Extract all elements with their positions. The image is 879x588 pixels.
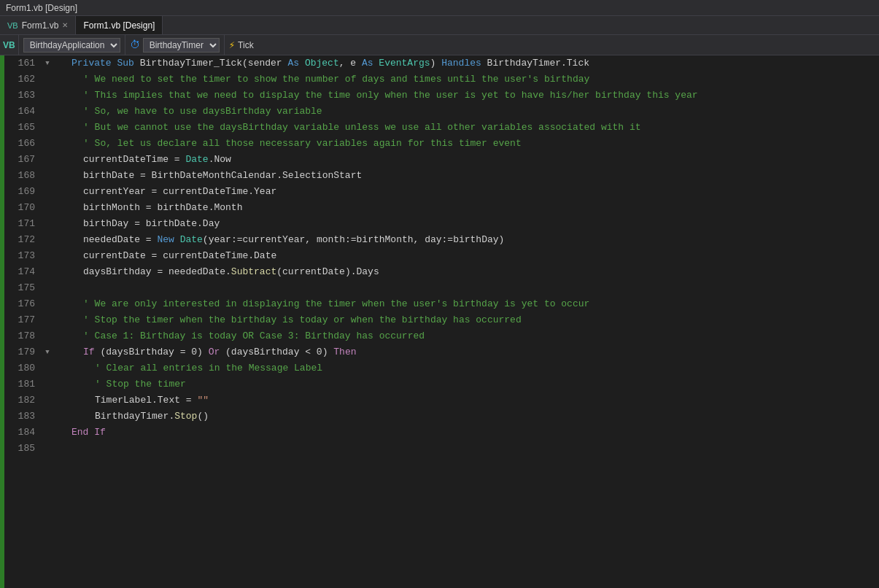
method-dropdown[interactable]: BirthdayTimer (143, 38, 220, 53)
token: Or (209, 344, 220, 360)
event-section: ⚡ Tick (225, 35, 258, 55)
line-number: 169 (4, 184, 41, 200)
fold-cell (41, 376, 54, 392)
toolbar-vb-icon-section: VB (0, 35, 19, 55)
token (112, 55, 117, 71)
code-line: Private Sub BirthdayTimer_Tick(sender As… (60, 55, 879, 71)
line-number: 181 (4, 376, 41, 392)
line-number: 162 (4, 71, 41, 88)
fold-cell (41, 184, 54, 200)
line-number: 166 (4, 136, 41, 152)
line-number: 182 (4, 392, 41, 409)
class-dropdown-section[interactable]: BirthdayApplication (19, 35, 125, 55)
token: As (282, 55, 305, 71)
method-dropdown-section[interactable]: ⏱ BirthdayTimer (125, 35, 225, 55)
fold-cell (41, 264, 54, 280)
line-numbers: 1611621631641651661671681691701711721731… (4, 55, 41, 588)
token: ' So, let us declare all those necessary… (83, 136, 522, 152)
line-number: 161 (4, 55, 41, 71)
fold-cell[interactable]: ▼ (41, 55, 54, 71)
tab-close-1[interactable]: ✕ (62, 21, 68, 29)
line-number: 178 (4, 328, 41, 344)
token: Sub (117, 55, 133, 71)
code-line: ' Stop the timer when the birthday is to… (60, 312, 879, 328)
fold-cell (41, 168, 54, 184)
code-line: birthDay = birthDate.Day (60, 216, 879, 232)
line-number: 185 (4, 441, 41, 457)
fold-cell[interactable]: ▼ (41, 344, 54, 360)
line-number: 177 (4, 312, 41, 328)
token: ' Clear all entries in the Message Label (95, 360, 322, 376)
token: ' Stop the timer when the birthday is to… (83, 312, 522, 328)
fold-cell (41, 248, 54, 264)
code-line: ' But we cannot use the daysBirthday var… (60, 120, 879, 136)
line-number: 164 (4, 104, 41, 120)
fold-cell (41, 296, 54, 312)
line-number: 168 (4, 168, 41, 184)
token: e (350, 55, 356, 71)
token: End If (71, 425, 106, 441)
line-number: 176 (4, 296, 41, 312)
line-number: 171 (4, 216, 41, 232)
code-line: ' Case 1: Birthday is today OR Case 3: B… (60, 328, 879, 344)
line-number: 179 (4, 344, 41, 360)
token: sender (248, 55, 282, 71)
token: TimerLabel.Text = (95, 392, 197, 409)
token: currentDateTime = (83, 152, 185, 168)
tab-label-1: Form1.vb (22, 20, 59, 31)
token: :=currentYear, (231, 232, 317, 248)
token: :=birthMonth, (345, 232, 425, 248)
token: ( (203, 232, 209, 248)
code-line (60, 441, 879, 457)
line-number: 180 (4, 360, 41, 376)
fold-cell (41, 409, 54, 425)
title-bar-text: Form1.vb [Design] (6, 3, 77, 13)
token: If (83, 344, 95, 360)
fold-cell (41, 71, 54, 88)
tab-form1-vb-design[interactable]: Form1.vb [Design] (76, 16, 163, 34)
token: ' Case 1: Birthday is today OR Case 3: B… (83, 328, 425, 344)
line-number: 172 (4, 232, 41, 248)
token: birthMonth = birthDate.Month (83, 200, 242, 216)
token: (currentDate).Days (276, 264, 379, 280)
code-line: End If (60, 425, 879, 441)
token: Date (180, 232, 203, 248)
token: year (209, 232, 231, 248)
fold-cell (41, 216, 54, 232)
line-number: 175 (4, 280, 41, 296)
fold-cell (41, 280, 54, 296)
fold-cell (41, 392, 54, 409)
token: ' Stop the timer (95, 376, 186, 392)
code-area[interactable]: Private Sub BirthdayTimer_Tick(sender As… (54, 55, 879, 588)
line-number: 183 (4, 409, 41, 425)
code-line: neededDate = New Date(year:=currentYear,… (60, 232, 879, 248)
token: , (339, 55, 351, 71)
token: ' We need to set the timer to show the n… (83, 71, 589, 88)
code-line: BirthdayTimer.Stop() (60, 409, 879, 425)
code-line: ' So, we have to use daysBirthday variab… (60, 104, 879, 120)
token: BirthdayTimer. (95, 409, 174, 425)
class-dropdown[interactable]: BirthdayApplication (23, 38, 120, 53)
token: ' We are only interested in displaying t… (83, 296, 589, 312)
token: BirthdayTimer_Tick( (134, 55, 248, 71)
code-line (60, 280, 879, 296)
fold-cell (41, 312, 54, 328)
lightning-icon: ⚡ (229, 39, 235, 51)
fold-cell (41, 360, 54, 376)
fold-cell (41, 120, 54, 136)
token: .Now (209, 152, 231, 168)
token: BirthdayTimer.Tick (481, 55, 589, 71)
line-number: 174 (4, 264, 41, 280)
token: currentDate = currentDateTime.Date (83, 248, 276, 264)
token: Handles (441, 55, 481, 71)
token: (daysBirthday < 0) (220, 344, 333, 360)
vb-icon: VB (3, 40, 15, 50)
token: EventArgs (379, 55, 430, 71)
tab-form1-vb[interactable]: VB Form1.vb ✕ (0, 16, 76, 34)
token: Private (71, 55, 112, 71)
token: ' So, we have to use daysBirthday variab… (83, 104, 322, 120)
fold-column: ▼▼ (41, 55, 54, 588)
token: New (157, 232, 174, 248)
token: () (197, 409, 209, 425)
fold-cell (41, 104, 54, 120)
